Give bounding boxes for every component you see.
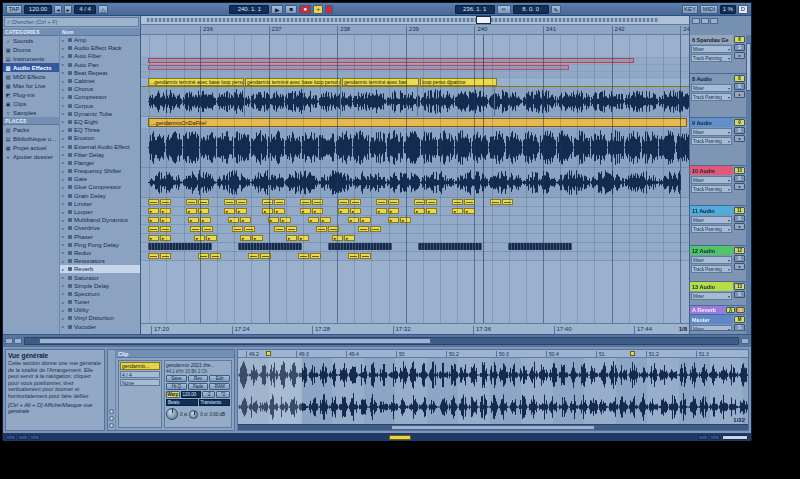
track-activator[interactable]: 6: [734, 36, 745, 43]
mini-clip[interactable]: ▸: [188, 217, 199, 223]
automation-chooser[interactable]: Mixer▾: [691, 216, 732, 224]
track-name[interactable]: 11 Audio: [690, 206, 733, 215]
mini-clip[interactable]: ▸: [376, 208, 387, 214]
time-ruler[interactable]: 1/8 17:2017:2417:2817:3217:3617:4017:44: [141, 323, 689, 334]
mini-clip[interactable]: [358, 226, 369, 232]
name-column-header[interactable]: Nom: [60, 28, 140, 36]
track-name[interactable]: 13 Audio: [690, 282, 733, 291]
device-item-resonators[interactable]: ▸Resonators: [60, 257, 140, 265]
device-item-amp[interactable]: ▸Amp: [60, 36, 140, 44]
track-name[interactable]: 8 Audio: [690, 74, 733, 83]
mini-clip[interactable]: [232, 226, 243, 232]
device-item-phaser[interactable]: ▸Phaser: [60, 233, 140, 241]
device-item-external-audio-effect[interactable]: ▸External Audio Effect: [60, 142, 140, 150]
nudge-down-button[interactable]: ◂: [54, 5, 62, 14]
mini-clip[interactable]: [370, 226, 381, 232]
mini-clip[interactable]: ▸: [414, 208, 425, 214]
sidebar-item-samples[interactable]: ≈Samples: [3, 108, 59, 117]
tempo-field[interactable]: 120.00: [24, 5, 52, 14]
mini-clip[interactable]: [452, 199, 463, 205]
hiq-button[interactable]: Hi-Q: [166, 383, 187, 390]
audio-clip-header[interactable]: gendarmix terminé avec bas: [342, 78, 419, 86]
clip-groove-field[interactable]: None: [120, 379, 160, 386]
waveform-segment[interactable]: [328, 243, 392, 250]
mini-clip[interactable]: ▸: [308, 217, 319, 223]
automation-chooser[interactable]: Mixer▾: [691, 84, 732, 92]
sidebar-item-max-for-live[interactable]: ▩Max for Live: [3, 81, 59, 90]
red-clip[interactable]: [148, 58, 634, 63]
overview-view-window[interactable]: [476, 16, 491, 24]
audio-clip-header[interactable]: loop perso djpatrice: [420, 78, 497, 86]
device-item-overdrive[interactable]: ▸Overdrive: [60, 224, 140, 232]
arm-button[interactable]: ●: [734, 223, 745, 230]
waveform-segment[interactable]: [238, 243, 302, 250]
mini-clip[interactable]: ▸: [160, 217, 171, 223]
mini-clip[interactable]: [426, 199, 437, 205]
draw-mode-button[interactable]: ✎: [551, 5, 561, 14]
red-clip[interactable]: [148, 65, 569, 70]
device-item-auto-pan[interactable]: ▸Auto Pan: [60, 61, 140, 69]
device-item-gate[interactable]: ▸Gate: [60, 175, 140, 183]
disk-overload-indicator[interactable]: D: [738, 5, 748, 14]
mini-clip[interactable]: ▸: [240, 235, 251, 241]
device-item-limiter[interactable]: ▸Limiter: [60, 200, 140, 208]
solo-button[interactable]: S: [734, 44, 745, 51]
mini-clip[interactable]: [286, 226, 297, 232]
midi-overdub-button[interactable]: +: [313, 5, 323, 14]
track-name[interactable]: A Reverb: [690, 306, 725, 314]
mini-clip[interactable]: ▸: [160, 235, 171, 241]
mini-clip[interactable]: [202, 226, 213, 232]
mini-clip[interactable]: [348, 253, 359, 259]
arm-button[interactable]: ●: [734, 135, 745, 142]
mini-clip[interactable]: [260, 253, 271, 259]
mini-clip[interactable]: ▸: [286, 235, 297, 241]
mini-clip[interactable]: ▸: [388, 217, 399, 223]
sample-hscrollbar[interactable]: [238, 424, 748, 430]
sample-hscroll-thumb[interactable]: [391, 425, 595, 430]
empty-lane[interactable]: [141, 35, 689, 58]
clip-waveform[interactable]: [148, 129, 689, 166]
automation-chooser[interactable]: Mixer▾: [691, 292, 732, 300]
browser-search[interactable]: ⌕: [4, 17, 139, 27]
mini-clip[interactable]: ▸: [348, 217, 359, 223]
sidebar-item-instruments[interactable]: ▤Instruments: [3, 54, 59, 63]
track-name[interactable]: Master: [690, 315, 733, 324]
transpose-knob[interactable]: [166, 408, 178, 420]
track-name[interactable]: 9 Audio: [690, 118, 733, 127]
mini-clip[interactable]: ▸: [148, 208, 159, 214]
device-item-filter-delay[interactable]: ▸Filter Delay: [60, 151, 140, 159]
edit-button[interactable]: Edit: [209, 375, 230, 382]
device-item-auto-filter[interactable]: ▸Auto Filter: [60, 52, 140, 60]
browser-search-input[interactable]: [11, 19, 136, 25]
mini-clip[interactable]: [148, 226, 159, 232]
reverse-button[interactable]: Rev: [188, 375, 209, 382]
sidebar-item-clips[interactable]: ▣Clips: [3, 99, 59, 108]
automation-chooser[interactable]: Mixer▾: [691, 128, 732, 136]
mini-clip[interactable]: ▸: [198, 208, 209, 214]
automation-chooser[interactable]: Track Panning▾: [691, 54, 732, 62]
sidebar-item-sounds[interactable]: ♪Sounds: [3, 36, 59, 45]
mini-clip[interactable]: [298, 253, 309, 259]
detune-knob[interactable]: [189, 410, 198, 419]
empty-lane[interactable]: [141, 261, 689, 323]
corner-toggle[interactable]: [692, 18, 700, 24]
arm-button[interactable]: ●: [734, 183, 745, 190]
clip-beat-ruler[interactable]: 49.249.349.45050.250.350.45151.251.3: [238, 350, 748, 358]
fade-button[interactable]: Fade: [188, 383, 209, 390]
mini-clip[interactable]: [388, 199, 399, 205]
device-item-eq-three[interactable]: ▸EQ Three: [60, 126, 140, 134]
device-item-corpus[interactable]: ▸Corpus: [60, 102, 140, 110]
warp-marker[interactable]: [630, 351, 635, 356]
mini-clip[interactable]: ▸: [148, 217, 159, 223]
mini-clip[interactable]: ▸: [252, 235, 263, 241]
mini-clip[interactable]: ▸: [274, 208, 285, 214]
mini-clip[interactable]: [160, 226, 171, 232]
track-activator[interactable]: 12: [734, 247, 745, 254]
mini-clip[interactable]: ▸: [228, 217, 239, 223]
status-highlight-button[interactable]: [389, 435, 411, 440]
warp-button[interactable]: Warp: [166, 391, 180, 398]
automation-chooser[interactable]: Track Panning▾: [691, 93, 732, 101]
waveform-segment[interactable]: [508, 243, 572, 250]
device-item-spectrum[interactable]: ▸Spectrum: [60, 290, 140, 298]
arrangement-vscrollbar[interactable]: [746, 35, 751, 334]
